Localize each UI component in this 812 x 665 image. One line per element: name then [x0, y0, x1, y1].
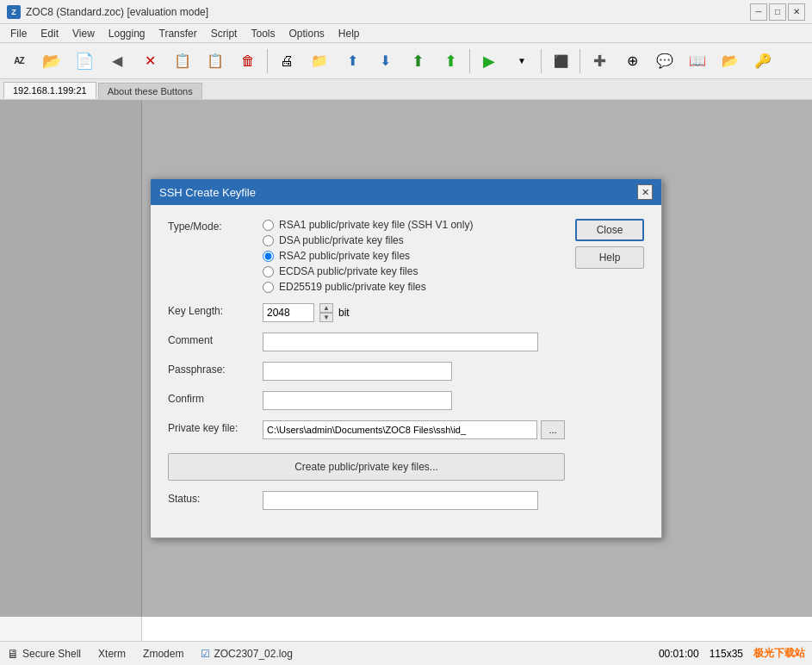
folder3-icon: 📂 [720, 51, 741, 71]
comment-row: Comment [168, 332, 565, 351]
radio-ecdsa[interactable]: ECDSA public/private key files [263, 265, 565, 277]
toolbar-sep-3 [541, 49, 542, 73]
confirm-input[interactable] [263, 391, 452, 410]
status-log: ☑ ZOC2307_02.log [201, 648, 292, 660]
toolbar-arrow-up2-button[interactable]: ⬆ [435, 46, 466, 77]
toolbar-paste-button[interactable]: 📋 [200, 46, 231, 77]
private-key-row: Private key file: ... [168, 420, 565, 439]
open-icon: 📄 [74, 51, 95, 71]
close-window-button[interactable]: ✕ [788, 3, 805, 21]
dialog-close-x-button[interactable]: ✕ [637, 184, 653, 200]
zmodem-label: Zmodem [143, 648, 183, 660]
passphrase-input[interactable] [263, 362, 452, 381]
menu-tools[interactable]: Tools [244, 26, 282, 41]
monitor-icon: 🖥 [7, 647, 19, 661]
toolbar-dropdown-button[interactable]: ▼ [506, 46, 537, 77]
menu-transfer[interactable]: Transfer [152, 26, 204, 41]
radio-dsa[interactable]: DSA public/private key files [263, 234, 565, 246]
dropdown-icon: ▼ [511, 51, 532, 71]
toolbar-arrow-up-button[interactable]: ⬆ [402, 46, 433, 77]
menu-help[interactable]: Help [332, 26, 367, 41]
menu-edit[interactable]: Edit [34, 26, 65, 41]
folder2-icon: 📁 [309, 51, 330, 71]
toolbar-chat-button[interactable]: 💬 [649, 46, 680, 77]
menu-options[interactable]: Options [282, 26, 331, 41]
play-icon: ▶ [479, 51, 499, 71]
passphrase-row: Passphrase: [168, 362, 565, 381]
stop-icon: ⬛ [550, 51, 571, 71]
toolbar: AZ 📂 📄 ◀ ✕ 📋 📋 🗑 🖨 📁 ⬆ ⬇ ⬆ ⬆ ▶ ▼ [0, 43, 812, 79]
toolbar-download-button[interactable]: ⬇ [369, 46, 400, 77]
toolbar-plus-button[interactable]: ✚ [584, 46, 615, 77]
toolbar-key-button[interactable]: 🔑 [747, 46, 778, 77]
tab-about-buttons-label: About these Buttons [108, 86, 193, 96]
menu-file[interactable]: File [3, 26, 34, 41]
title-bar-left: Z ZOC8 (Standard.zoc) [evaluation mode] [7, 5, 208, 19]
toolbar-sep-1 [267, 49, 268, 73]
help-button[interactable]: Help [575, 246, 644, 269]
toolbar-folder3-button[interactable]: 📂 [715, 46, 746, 77]
toolbar-az-button[interactable]: AZ [3, 46, 34, 77]
az-icon: AZ [9, 51, 29, 71]
status-xterm: Xterm [98, 648, 126, 660]
radio-ed25519-input[interactable] [263, 282, 274, 293]
radio-ed25519-label: ED25519 public/private key files [279, 281, 426, 293]
toolbar-book-button[interactable]: 📖 [682, 46, 713, 77]
menu-view[interactable]: View [65, 26, 102, 41]
comment-input[interactable] [263, 332, 538, 351]
arrow-up2-icon: ⬆ [440, 51, 461, 71]
toolbar-left-button[interactable]: ◀ [102, 46, 133, 77]
key-length-input[interactable] [263, 303, 314, 322]
toolbar-play-button[interactable]: ▶ [474, 46, 505, 77]
toolbar-folder-green-button[interactable]: 📂 [36, 46, 67, 77]
toolbar-print-button[interactable]: 🖨 [271, 46, 302, 77]
back-icon: ◀ [107, 51, 127, 71]
log-label: ZOC2307_02.log [214, 648, 292, 660]
tab-about-buttons[interactable]: About these Buttons [98, 83, 202, 99]
create-keys-button[interactable]: Create public/private key files... [168, 453, 565, 481]
paste-icon: 📋 [205, 51, 226, 71]
spinner-down-button[interactable]: ▼ [319, 313, 333, 322]
tabs-bar: 192.168.1.199:21 About these Buttons [0, 79, 812, 100]
book-icon: 📖 [687, 51, 708, 71]
radio-dsa-input[interactable] [263, 235, 274, 246]
crosshair-icon: ⊕ [622, 51, 642, 71]
radio-ecdsa-input[interactable] [263, 266, 274, 277]
upload-icon: ⬆ [342, 51, 363, 71]
delete2-icon: 🗑 [238, 51, 258, 71]
toolbar-crosshair-button[interactable]: ⊕ [617, 46, 648, 77]
confirm-controls [263, 391, 565, 410]
spinner-up-button[interactable]: ▲ [319, 303, 333, 313]
arrow-up-icon: ⬆ [407, 51, 428, 71]
status-bar: 🖥 Secure Shell Xterm Zmodem ☑ ZOC2307_02… [0, 641, 812, 665]
private-key-file-input[interactable] [263, 420, 537, 439]
maximize-button[interactable]: □ [769, 3, 786, 21]
window-title: ZOC8 (Standard.zoc) [evaluation mode] [26, 6, 208, 18]
radio-rsa1[interactable]: RSA1 public/private key file (SSH V1 onl… [263, 219, 565, 231]
confirm-row: Confirm [168, 391, 565, 410]
dialog-form: Type/Mode: RSA1 public/private key file … [168, 219, 565, 520]
radio-rsa1-input[interactable] [263, 220, 274, 231]
type-mode-label: Type/Mode: [168, 219, 263, 233]
menu-logging[interactable]: Logging [102, 26, 152, 41]
key-length-controls: ▲ ▼ bit [263, 303, 565, 322]
tab-connection[interactable]: 192.168.1.199:21 [3, 82, 96, 99]
toolbar-open-button[interactable]: 📄 [69, 46, 100, 77]
private-key-label: Private key file: [168, 420, 263, 434]
menu-script[interactable]: Script [204, 26, 245, 41]
session-time: 00:01:00 [659, 648, 699, 660]
toolbar-sep-2 [469, 49, 470, 73]
radio-ed25519[interactable]: ED25519 public/private key files [263, 281, 565, 293]
toolbar-delete-button[interactable]: ✕ [134, 46, 165, 77]
private-key-controls: ... [263, 420, 565, 439]
radio-rsa2-input[interactable] [263, 251, 274, 262]
toolbar-folder2-button[interactable]: 📁 [304, 46, 335, 77]
toolbar-upload-button[interactable]: ⬆ [337, 46, 368, 77]
minimize-button[interactable]: ─ [750, 3, 767, 21]
radio-rsa2[interactable]: RSA2 public/private key files [263, 250, 565, 262]
toolbar-stop-button[interactable]: ⬛ [545, 46, 576, 77]
close-button[interactable]: Close [575, 219, 644, 241]
toolbar-copy-button[interactable]: 📋 [167, 46, 198, 77]
toolbar-delete2-button[interactable]: 🗑 [232, 46, 263, 77]
browse-button[interactable]: ... [541, 420, 565, 439]
